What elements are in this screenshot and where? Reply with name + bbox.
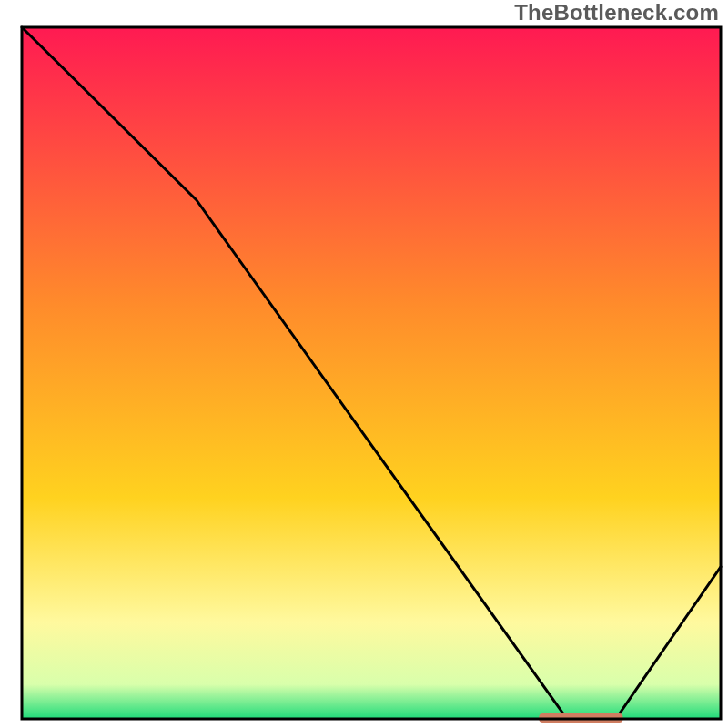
bottleneck-chart xyxy=(0,0,728,728)
chart-container: { "attribution": "TheBottleneck.com", "c… xyxy=(0,0,728,728)
